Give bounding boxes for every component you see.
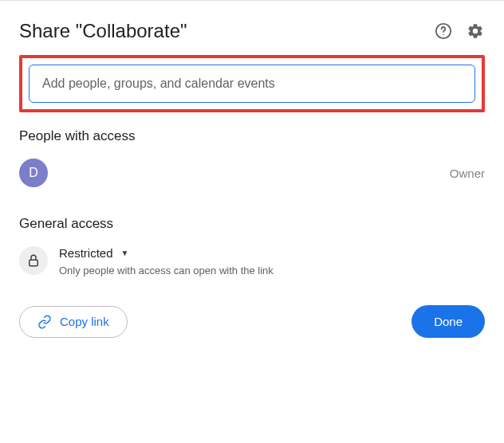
- gear-icon[interactable]: [466, 22, 485, 41]
- person-row: D Owner: [19, 159, 485, 187]
- general-access-row: Restricted ▼ Only people with access can…: [19, 246, 485, 276]
- avatar: D: [19, 159, 48, 187]
- access-selector[interactable]: Restricted ▼: [59, 246, 274, 260]
- dialog-footer: Copy link Done: [19, 305, 485, 338]
- link-icon: [37, 315, 52, 329]
- svg-point-1: [443, 34, 443, 35]
- people-input-wrapper[interactable]: [29, 65, 475, 103]
- access-info: Restricted ▼ Only people with access can…: [59, 246, 274, 276]
- header-actions: [434, 22, 485, 41]
- access-description: Only people with access can open with th…: [59, 265, 274, 276]
- add-people-input[interactable]: [42, 76, 462, 91]
- svg-rect-2: [30, 260, 38, 266]
- copy-link-label: Copy link: [60, 315, 109, 328]
- person-role: Owner: [450, 167, 485, 180]
- general-section-title: General access: [19, 216, 485, 232]
- input-highlight: [19, 55, 485, 112]
- access-label: Restricted: [59, 246, 113, 260]
- dialog-title: Share "Collaborate": [19, 20, 187, 42]
- dialog-header: Share "Collaborate": [19, 20, 485, 42]
- help-icon[interactable]: [434, 22, 453, 41]
- people-section-title: People with access: [19, 128, 485, 144]
- lock-icon: [19, 246, 48, 275]
- copy-link-button[interactable]: Copy link: [19, 306, 128, 338]
- chevron-down-icon: ▼: [121, 249, 129, 257]
- done-button[interactable]: Done: [411, 305, 485, 338]
- share-dialog: Share "Collaborate" People with access D: [0, 0, 504, 443]
